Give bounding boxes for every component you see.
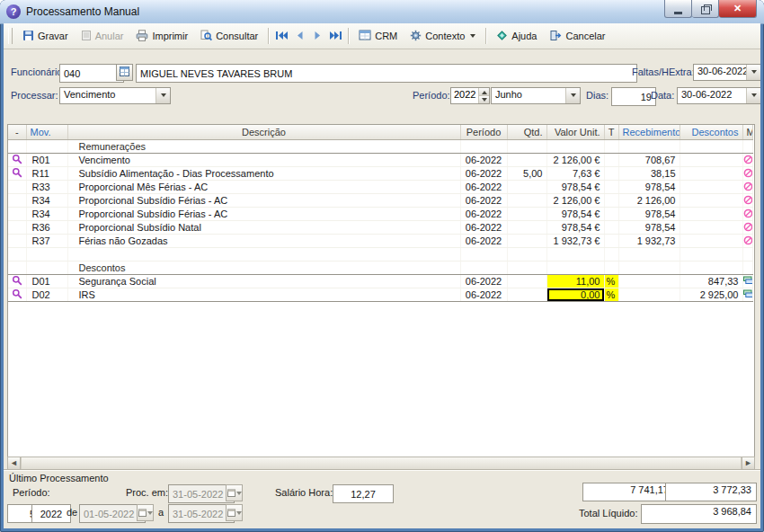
salario-hora-field[interactable] (333, 484, 394, 503)
header-periodo[interactable]: Período (460, 125, 507, 140)
money-icon[interactable] (743, 289, 753, 300)
currency-pink-icon[interactable] (743, 209, 753, 220)
cell-moeda[interactable] (742, 194, 752, 208)
cell-moeda[interactable] (742, 275, 752, 288)
cell-moeda[interactable] (742, 181, 752, 194)
cell-descricao[interactable]: IRS (67, 288, 460, 302)
currency-pink-icon[interactable] (743, 169, 753, 180)
row-lookup-icon-cell[interactable] (8, 167, 26, 181)
cell-valor-unit[interactable]: 11,00 (546, 275, 604, 288)
cell-recebimentos[interactable] (618, 288, 680, 302)
faltas-hextra-combo[interactable]: 30-06-2022 (693, 64, 760, 81)
row-lookup-icon-cell[interactable] (8, 275, 26, 288)
cancelar-button[interactable]: Cancelar (543, 25, 611, 47)
header-descricao[interactable]: Descrição (67, 125, 460, 140)
currency-pink-icon[interactable] (743, 236, 753, 247)
row-lookup-icon-cell[interactable] (8, 288, 26, 302)
cell-descontos[interactable] (680, 208, 742, 221)
header-mov[interactable]: Mov. (26, 125, 67, 140)
minimize-button[interactable] (664, 0, 692, 18)
cell-descontos[interactable]: 2 925,00 (680, 288, 742, 302)
grid-row[interactable]: D02IRS06-20220,00%2 925,00 (8, 288, 752, 302)
processar-combo[interactable]: Vencimento (59, 87, 171, 104)
cell-qtd[interactable] (507, 275, 546, 288)
periodo-year-spinner[interactable]: 2022 (450, 87, 490, 104)
header-selector[interactable]: - (8, 125, 26, 140)
cell-descontos[interactable] (680, 154, 742, 167)
header-descontos[interactable]: Descontos (680, 125, 742, 140)
header-qtd[interactable]: Qtd. (507, 125, 546, 140)
lookup-magnifier-icon[interactable] (12, 277, 22, 288)
money-icon[interactable] (743, 276, 753, 287)
cell-mov[interactable]: R34 (26, 194, 67, 208)
cell-recebimentos[interactable] (618, 275, 680, 288)
cell-recebimentos[interactable]: 2 126,00 (618, 194, 680, 208)
cell-qtd[interactable] (507, 235, 546, 248)
cell-moeda[interactable] (742, 288, 752, 302)
currency-pink-icon[interactable] (743, 155, 753, 166)
funcionario-lookup-button[interactable] (116, 64, 133, 81)
contexto-button[interactable]: Contexto (404, 25, 482, 47)
header-t[interactable]: T (604, 125, 618, 140)
last-record-button[interactable] (326, 26, 344, 46)
row-lookup-icon-cell[interactable] (8, 208, 26, 221)
cell-qtd[interactable] (507, 194, 546, 208)
cell-descricao[interactable]: Subsídio Alimentação - Dias Processament… (67, 167, 460, 181)
previous-record-button[interactable] (290, 26, 308, 46)
cell-descricao[interactable]: Segurança Social (67, 275, 460, 288)
grid-row[interactable]: R01Vencimento06-20222 126,00 €708,67 (8, 154, 752, 167)
grid-row[interactable]: R37Férias não Gozadas06-20221 932,73 €1 … (8, 235, 752, 248)
cell-valor-unit[interactable]: 978,54 € (546, 208, 604, 221)
ajuda-button[interactable]: Ajuda (490, 25, 543, 47)
gravar-button[interactable]: Gravar (16, 25, 75, 47)
cell-moeda[interactable] (742, 208, 752, 221)
periodo-month-combo[interactable]: Junho (491, 87, 581, 104)
cell-valor-unit[interactable]: 2 126,00 € (546, 154, 604, 167)
row-lookup-icon-cell[interactable] (8, 235, 26, 248)
cell-mov[interactable]: R37 (26, 235, 67, 248)
cell-t[interactable]: % (604, 288, 618, 302)
cell-t[interactable] (604, 181, 618, 194)
cell-valor-unit[interactable]: 2 126,00 € (546, 194, 604, 208)
grid-row[interactable]: R11Subsídio Alimentação - Dias Processam… (8, 167, 752, 181)
cell-t[interactable]: % (604, 275, 618, 288)
cell-descontos[interactable] (680, 181, 742, 194)
chevron-down-icon[interactable] (746, 88, 760, 103)
data-combo[interactable]: 30-06-2022 (677, 87, 760, 104)
cell-qtd[interactable] (507, 288, 546, 302)
titlebar[interactable]: ? Processamento Manual ✕ (0, 0, 764, 24)
grid-row[interactable]: R33Proporcional Mês Férias - AC06-202297… (8, 181, 752, 194)
imprimir-button[interactable]: Imprimir (129, 25, 194, 47)
lookup-magnifier-icon[interactable] (12, 169, 22, 180)
scroll-right-icon[interactable]: ► (742, 457, 754, 469)
cell-valor-unit[interactable]: 978,54 € (546, 221, 604, 235)
next-record-button[interactable] (308, 26, 326, 46)
row-lookup-icon-cell[interactable] (8, 154, 26, 167)
chevron-down-icon[interactable] (565, 88, 580, 103)
lookup-magnifier-icon[interactable] (12, 290, 22, 301)
cell-recebimentos[interactable]: 978,54 (618, 181, 680, 194)
cell-recebimentos[interactable]: 38,15 (618, 167, 680, 181)
cell-valor-unit[interactable]: 1 932,73 € (546, 235, 604, 248)
cell-qtd[interactable] (507, 154, 546, 167)
cell-recebimentos[interactable]: 1 932,73 (618, 235, 680, 248)
cell-descricao[interactable]: Férias não Gozadas (67, 235, 460, 248)
cell-periodo[interactable]: 06-2022 (460, 221, 507, 235)
cell-moeda[interactable] (742, 235, 752, 248)
cell-periodo[interactable]: 06-2022 (460, 235, 507, 248)
close-button[interactable]: ✕ (719, 0, 757, 18)
cell-valor-unit[interactable]: 7,63 € (546, 167, 604, 181)
cell-qtd[interactable] (507, 181, 546, 194)
cell-mov[interactable]: D02 (26, 288, 67, 302)
cell-moeda[interactable] (742, 167, 752, 181)
cell-mov[interactable]: R34 (26, 208, 67, 221)
cell-recebimentos[interactable]: 978,54 (618, 208, 680, 221)
cell-t[interactable] (604, 154, 618, 167)
restore-button[interactable] (692, 0, 719, 18)
header-recebimentos[interactable]: Recebimentos (618, 125, 680, 140)
horizontal-scrollbar[interactable]: ◄ ► (7, 457, 755, 470)
currency-pink-icon[interactable] (743, 182, 753, 193)
cell-mov[interactable]: R33 (26, 181, 67, 194)
cell-descricao[interactable]: Proporcional Mês Férias - AC (67, 181, 460, 194)
header-moeda[interactable]: Mo (742, 125, 752, 140)
